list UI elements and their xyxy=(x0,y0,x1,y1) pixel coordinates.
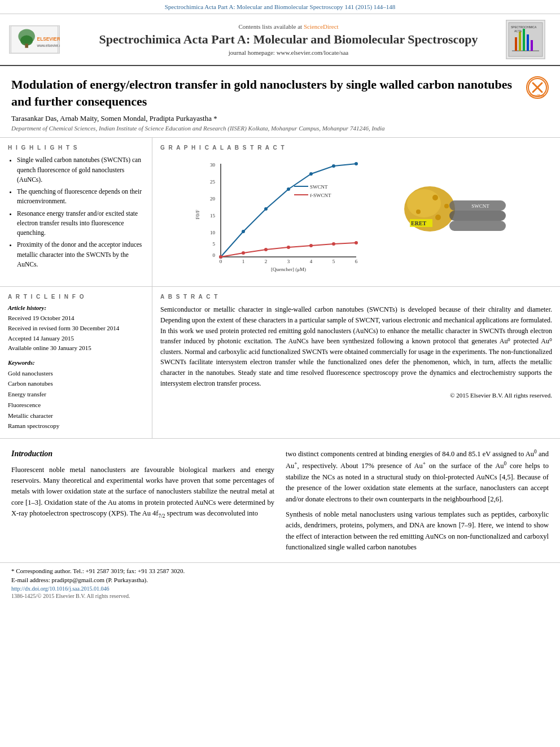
sciencedirect-link[interactable]: ScienceDirect xyxy=(304,23,339,30)
introduction-heading: Introduction xyxy=(11,448,274,460)
svg-text:[Quencher] (μM): [Quencher] (μM) xyxy=(271,267,306,272)
graphical-abstract-col: G R A P H I C A L A B S T R A C T 30 25 … xyxy=(152,138,560,286)
svg-text:6: 6 xyxy=(355,259,358,264)
svg-text:15: 15 xyxy=(210,213,216,219)
journal-header-center: Contents lists available at ScienceDirec… xyxy=(78,23,499,56)
accepted-date: Accepted 14 January 2015 xyxy=(8,334,144,344)
svg-point-49 xyxy=(355,241,358,244)
keywords-label: Keywords: xyxy=(8,359,144,366)
svg-rect-9 xyxy=(515,37,517,51)
highlight-item-2: The quenching of fluorescence depends on… xyxy=(17,187,144,207)
svg-text:1: 1 xyxy=(242,259,245,264)
svg-text:ACTA: ACTA xyxy=(514,29,522,33)
article-history-dates: Received 19 October 2014 Received in rev… xyxy=(8,313,144,353)
highlight-item-3: Resonance energy transfer and/or excited… xyxy=(17,209,144,238)
article-title-text: Modulation of energy/electron transfer i… xyxy=(11,76,520,110)
journal-top-bar: Spectrochimica Acta Part A: Molecular an… xyxy=(0,0,560,14)
highlights-col: H I G H L I G H T S Single walled carbon… xyxy=(0,138,152,286)
svg-text:30: 30 xyxy=(210,162,216,168)
copyright-line: © 2015 Elsevier B.V. All rights reserved… xyxy=(160,392,552,399)
svg-point-56 xyxy=(432,195,438,200)
svg-text:ELSEVIER: ELSEVIER xyxy=(37,36,60,42)
keyword-5: Metallic character xyxy=(8,410,144,421)
svg-rect-10 xyxy=(519,32,521,51)
intro-right-paragraph-2: Synthesis of noble metal nanoclusters us… xyxy=(286,509,549,553)
keyword-1: Gold nanoclusters xyxy=(8,368,144,379)
article-title-section: Modulation of energy/electron transfer i… xyxy=(0,66,560,138)
svg-text:4: 4 xyxy=(310,259,313,264)
journal-header: ELSEVIER www.elsevier.com Contents lists… xyxy=(0,14,560,66)
svg-point-48 xyxy=(332,242,335,246)
doi-link[interactable]: http://dx.doi.org/10.1016/j.saa.2015.01.… xyxy=(11,586,109,592)
intro-two-col: Introduction Fluorescent noble metal nan… xyxy=(11,448,549,553)
abstract-label: A B S T R A C T xyxy=(160,294,552,300)
journal-homepage: journal homepage: www.elsevier.com/locat… xyxy=(78,49,499,56)
svg-text:3: 3 xyxy=(287,259,290,264)
svg-point-59 xyxy=(416,209,421,214)
svg-rect-11 xyxy=(523,29,525,51)
svg-point-55 xyxy=(407,189,441,217)
svg-point-47 xyxy=(309,244,313,247)
svg-text:SWCNT: SWCNT xyxy=(471,203,489,209)
received-date: Received 19 October 2014 xyxy=(8,313,144,324)
intro-right-paragraph: two distinct components centred at bindi… xyxy=(286,448,549,505)
article-info-label: A R T I C L E I N F O xyxy=(8,294,144,300)
svg-point-38 xyxy=(264,207,268,211)
article-history-label: Article history: xyxy=(8,304,144,311)
intro-left-paragraph: Fluorescent noble metal nanoclusters are… xyxy=(11,465,274,521)
keyword-4: Fluorescence xyxy=(8,400,144,410)
elsevier-logo: ELSEVIER www.elsevier.com xyxy=(9,25,60,54)
svg-point-43 xyxy=(219,255,222,259)
svg-text:f-SWCNT: f-SWCNT xyxy=(310,193,331,198)
svg-text:20: 20 xyxy=(210,196,216,202)
svg-point-46 xyxy=(287,246,290,249)
svg-text:2: 2 xyxy=(265,259,268,264)
highlights-label: H I G H L I G H T S xyxy=(8,145,144,151)
keywords-list: Gold nanoclusters Carbon nanotubes Energ… xyxy=(8,368,144,431)
graphical-abstract-label: G R A P H I C A L A B S T R A C T xyxy=(160,145,552,151)
svg-text:5: 5 xyxy=(213,241,216,247)
svg-point-39 xyxy=(287,187,290,191)
spectrochimica-logo: SPECTROCHIMICA ACTA xyxy=(506,20,545,59)
abstract-col: A B S T R A C T Semiconductor or metalli… xyxy=(152,287,560,438)
corresponding-author: * Corresponding author. Tel.: +91 2587 3… xyxy=(11,567,549,574)
svg-point-45 xyxy=(264,248,268,251)
authors-text: Tarasankar Das, Arnab Maity, Somen Monda… xyxy=(11,114,217,123)
svg-text:CrossMark: CrossMark xyxy=(530,94,544,97)
svg-text:10: 10 xyxy=(210,230,216,235)
revised-date: Received in revised form 30 December 201… xyxy=(8,324,144,334)
elsevier-logo-area: ELSEVIER www.elsevier.com xyxy=(9,25,71,54)
svg-rect-12 xyxy=(527,34,529,51)
svg-text:F0/F: F0/F xyxy=(195,210,200,220)
article-info-section: A R T I C L E I N F O Article history: R… xyxy=(0,287,560,439)
svg-text:25: 25 xyxy=(210,179,216,185)
highlight-item-1: Single walled carbon nanotubes (SWCNTs) … xyxy=(17,155,144,185)
affiliation-line: Department of Chemical Sciences, Indian … xyxy=(11,125,549,132)
svg-rect-63 xyxy=(449,211,506,221)
svg-rect-64 xyxy=(449,221,506,231)
highlight-item-4: Proximity of the donor and the acceptor … xyxy=(17,240,144,269)
keyword-3: Energy transfer xyxy=(8,389,144,400)
svg-rect-3 xyxy=(25,43,28,47)
svg-text:0: 0 xyxy=(213,252,216,258)
intro-left-col: Introduction Fluorescent noble metal nan… xyxy=(11,448,274,553)
svg-point-42 xyxy=(355,162,358,165)
journal-logo-right: SPECTROCHIMICA ACTA xyxy=(506,20,551,59)
footer-section: * Corresponding author. Tel.: +91 2587 3… xyxy=(0,562,560,604)
highlights-list: Single walled carbon nanotubes (SWCNTs) … xyxy=(8,155,144,269)
highlights-graphical-section: H I G H L I G H T S Single walled carbon… xyxy=(0,138,560,287)
available-date: Available online 30 January 2015 xyxy=(8,343,144,353)
svg-point-57 xyxy=(444,204,449,208)
svg-text:SWCNT: SWCNT xyxy=(310,184,328,190)
svg-point-58 xyxy=(435,215,441,220)
svg-text:ERET: ERET xyxy=(411,220,427,226)
svg-text:SPECTROCHIMICA: SPECTROCHIMICA xyxy=(511,25,537,29)
email-address: E-mail address: pradiptp@gmail.com (P. P… xyxy=(11,576,549,583)
crossmark-badge[interactable]: CrossMark xyxy=(526,76,549,99)
svg-point-41 xyxy=(332,164,335,168)
article-title-wrapper: Modulation of energy/electron transfer i… xyxy=(11,76,549,110)
graphical-abstract-area: 30 25 20 15 10 5 0 F0/F 0 1 2 3 4 5 6 [Q… xyxy=(160,155,552,279)
body-section: Introduction Fluorescent noble metal nan… xyxy=(0,439,560,562)
abstract-text: Semiconductor or metallic character in s… xyxy=(160,304,552,388)
contents-available-line: Contents lists available at ScienceDirec… xyxy=(78,23,499,30)
